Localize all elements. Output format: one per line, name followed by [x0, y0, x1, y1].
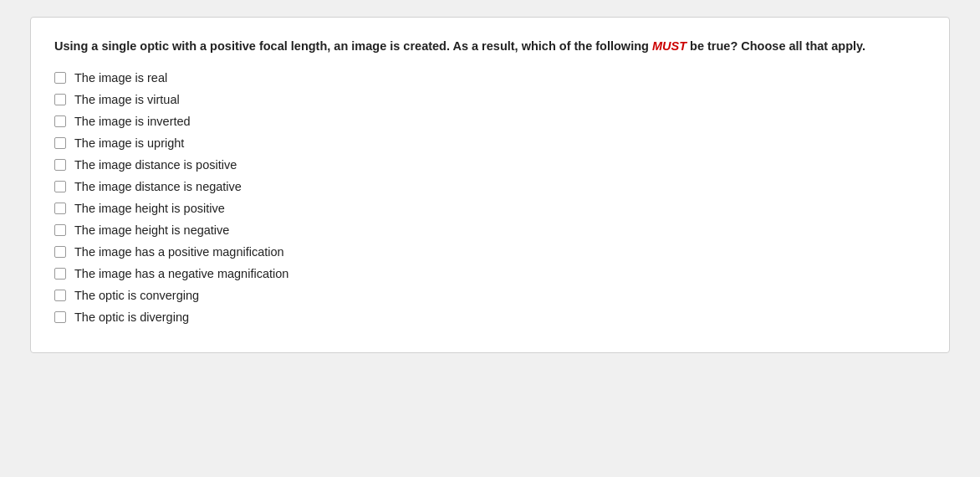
option-label-opt11[interactable]: The optic is converging	[74, 289, 199, 302]
option-label-opt6[interactable]: The image distance is negative	[74, 180, 242, 193]
option-label-opt8[interactable]: The image height is negative	[74, 223, 229, 237]
checkbox-opt6[interactable]	[54, 181, 66, 192]
list-item: The image is upright	[54, 136, 926, 150]
option-label-opt3[interactable]: The image is inverted	[74, 115, 191, 128]
list-item: The image height is positive	[54, 202, 926, 215]
must-word: MUST	[652, 39, 687, 53]
list-item: The image is real	[54, 71, 926, 85]
list-item: The image has a negative magnification	[54, 267, 926, 280]
option-label-opt5[interactable]: The image distance is positive	[74, 158, 237, 172]
checkbox-opt11[interactable]	[54, 290, 66, 301]
list-item: The image has a positive magnification	[54, 245, 926, 259]
option-label-opt7[interactable]: The image height is positive	[74, 202, 225, 215]
option-label-opt2[interactable]: The image is virtual	[74, 93, 180, 106]
checkbox-opt10[interactable]	[54, 268, 66, 280]
option-label-opt12[interactable]: The optic is diverging	[74, 310, 189, 324]
option-label-opt9[interactable]: The image has a positive magnification	[74, 245, 284, 259]
checkbox-opt1[interactable]	[54, 72, 66, 84]
list-item: The image height is negative	[54, 223, 926, 237]
checkbox-opt7[interactable]	[54, 203, 66, 214]
list-item: The image distance is negative	[54, 180, 926, 193]
options-list: The image is realThe image is virtualThe…	[54, 71, 926, 324]
checkbox-opt3[interactable]	[54, 115, 66, 127]
question-text: Using a single optic with a positive foc…	[54, 38, 926, 56]
list-item: The optic is diverging	[54, 310, 926, 324]
option-label-opt10[interactable]: The image has a negative magnification	[74, 267, 288, 280]
list-item: The image is inverted	[54, 115, 926, 128]
checkbox-opt8[interactable]	[54, 224, 66, 236]
option-label-opt1[interactable]: The image is real	[74, 71, 167, 85]
list-item: The image is virtual	[54, 93, 926, 106]
checkbox-opt12[interactable]	[54, 311, 66, 323]
question-card: Using a single optic with a positive foc…	[30, 17, 950, 353]
question-intro: Using a single optic with a positive foc…	[54, 39, 865, 53]
list-item: The optic is converging	[54, 289, 926, 302]
list-item: The image distance is positive	[54, 158, 926, 172]
checkbox-opt4[interactable]	[54, 137, 66, 149]
option-label-opt4[interactable]: The image is upright	[74, 136, 184, 150]
checkbox-opt9[interactable]	[54, 246, 66, 258]
checkbox-opt2[interactable]	[54, 94, 66, 105]
checkbox-opt5[interactable]	[54, 159, 66, 171]
